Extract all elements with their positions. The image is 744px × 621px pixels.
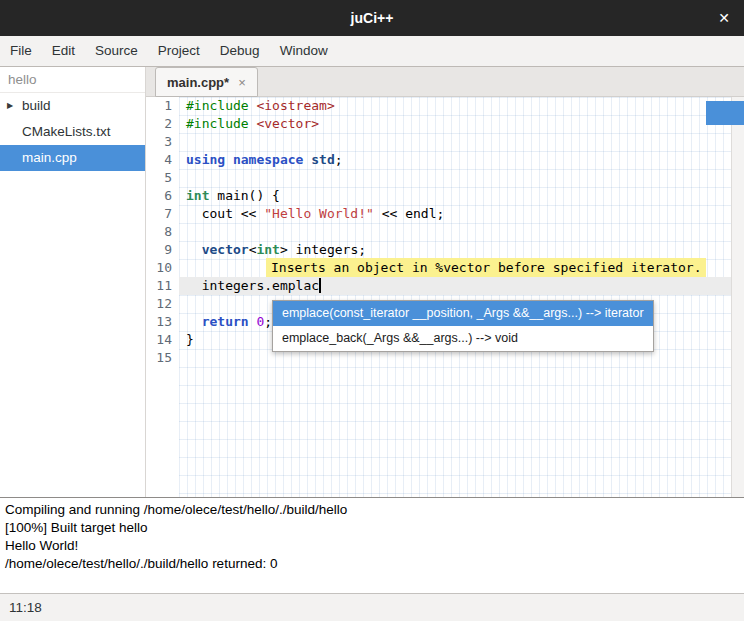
titlebar[interactable]: juCi++ ✕ [0,0,744,36]
tree-item-maincpp[interactable]: main.cpp [0,145,145,171]
menubar: File Edit Source Project Debug Window [0,36,744,67]
line-number: 13 [146,313,172,331]
file-tree-panel: hello ▶ build CMakeLists.txt main.cpp [0,67,146,497]
code-token: ; [335,152,343,167]
menu-item-file[interactable]: File [0,36,42,66]
code-token [186,242,202,257]
code-token: <vector> [256,116,319,131]
scrollbar-track[interactable] [731,97,744,497]
line-number: 11 [146,277,172,295]
completion-popup: emplace(const_iterator __position, _Args… [272,300,654,352]
tree-item-cmakelists[interactable]: CMakeLists.txt [0,119,145,145]
code-token: } [186,332,194,347]
code-token: "Hello World!" [264,206,374,221]
code-token: cout << [186,206,264,221]
menu-item-edit[interactable]: Edit [42,36,85,66]
tab-label: main.cpp* [167,75,229,90]
line-number: 1 [146,97,172,115]
menu-item-window[interactable]: Window [270,36,338,66]
code-token: #include [186,116,249,131]
app-window: juCi++ ✕ File Edit Source Project Debug … [0,0,744,621]
scrollbar-slider[interactable] [706,101,744,125]
tab-close-icon[interactable]: × [238,75,246,90]
line-number: 7 [146,205,172,223]
code-token: > integers; [280,242,366,257]
code-line[interactable]: using namespace std; [179,151,731,169]
tree-item-label: main.cpp [22,150,77,165]
completion-item-emplace[interactable]: emplace(const_iterator __position, _Args… [273,301,653,326]
code-line[interactable]: vector<int> integers; [179,241,731,259]
line-number: 3 [146,133,172,151]
completion-doc-tooltip: Inserts an object in %vector before spec… [266,258,706,277]
code-token: vector [202,242,249,257]
output-line: [100%] Built target hello [5,519,739,537]
code-line[interactable] [179,133,731,151]
window-title: juCi++ [0,0,744,36]
code-line[interactable]: #include <iostream> [179,97,731,115]
gutter: 123456789101112131415 [146,97,179,497]
code-line[interactable]: #include <vector> [179,115,731,133]
code-line[interactable] [179,223,731,241]
code-token: ; [264,314,272,329]
line-number: 5 [146,169,172,187]
cursor-position: 11:18 [9,594,42,621]
output-panel: Compiling and running /home/olece/test/h… [0,497,744,593]
menu-item-debug[interactable]: Debug [210,36,270,66]
code-token [225,152,233,167]
code-token: main() { [209,188,279,203]
output-line: Compiling and running /home/olece/test/h… [5,501,739,519]
code-token: std [311,152,334,167]
tree-item-label: CMakeLists.txt [22,124,111,139]
tab-maincpp[interactable]: main.cpp* × [155,67,258,97]
menu-item-source[interactable]: Source [85,36,148,66]
code-token [186,314,202,329]
code-line[interactable]: int main() { [179,187,731,205]
tree-item-build[interactable]: ▶ build [0,93,145,119]
line-number: 12 [146,295,172,313]
line-number: 6 [146,187,172,205]
line-number: 9 [146,241,172,259]
code-token: return [202,314,249,329]
code-token: int [256,242,279,257]
window-close-icon[interactable]: ✕ [718,0,730,36]
line-number: 10 [146,259,172,277]
statusbar: 11:18 [0,593,744,621]
code-token: namespace [233,152,303,167]
menu-item-project[interactable]: Project [148,36,210,66]
code-editor[interactable]: 123456789101112131415 #include <iostream… [146,97,744,497]
line-number: 15 [146,349,172,367]
line-number: 8 [146,223,172,241]
tree-item-label: build [22,98,51,113]
output-line: Hello World! [5,537,739,555]
code-line[interactable]: cout << "Hello World!" << endl; [179,205,731,223]
project-name[interactable]: hello [0,67,145,93]
code-token: using [186,152,225,167]
code-token: << endl; [374,206,444,221]
tabbar: main.cpp* × [146,67,744,97]
output-line: /home/olece/test/hello/./build/hello ret… [5,555,739,573]
code-line[interactable] [179,169,731,187]
line-number: 14 [146,331,172,349]
line-number: 2 [146,115,172,133]
text-caret [319,278,321,293]
line-number: 4 [146,151,172,169]
code-area[interactable]: #include <iostream>#include <vector>usin… [179,97,731,497]
completion-item-emplace-back[interactable]: emplace_back(_Args &&__args...) --> void [273,326,653,351]
code-token: <iostream> [256,98,334,113]
expander-icon[interactable]: ▶ [7,93,13,119]
code-token: #include [186,98,249,113]
code-token: integers.emplac [186,278,319,293]
code-line[interactable]: integers.emplac [179,277,731,295]
code-token: int [186,188,209,203]
